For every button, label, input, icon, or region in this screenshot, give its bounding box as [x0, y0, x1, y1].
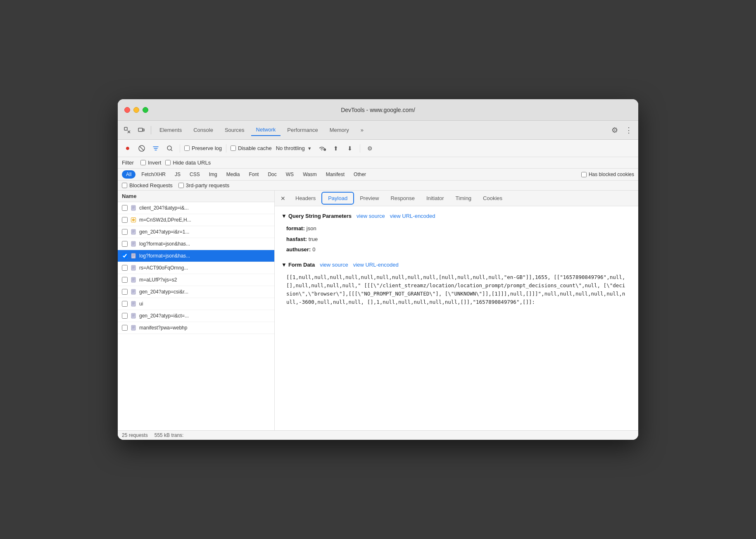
- request-checkbox[interactable]: [122, 265, 128, 271]
- preserve-log-label[interactable]: Preserve log: [184, 145, 222, 151]
- type-btn-ws[interactable]: WS: [283, 170, 297, 179]
- detail-tab-timing[interactable]: Timing: [450, 193, 478, 204]
- detail-tab-preview[interactable]: Preview: [354, 193, 385, 204]
- filter-row: Filter Invert Hide data URLs: [118, 157, 638, 169]
- type-btn-img[interactable]: Img: [206, 170, 221, 179]
- invert-checkbox[interactable]: [140, 160, 146, 165]
- devtools-window: DevTools - www.google.com/ Elements Cons…: [118, 99, 638, 440]
- type-btn-manifest[interactable]: Manifest: [323, 170, 348, 179]
- request-item[interactable]: ⊕m=CnSW2d,DPreE,H...: [118, 214, 274, 226]
- triangle-icon: ▼: [281, 213, 287, 219]
- type-btn-other[interactable]: Other: [350, 170, 369, 179]
- request-checkbox[interactable]: [122, 301, 128, 307]
- type-btn-css[interactable]: CSS: [186, 170, 203, 179]
- wifi-icon-group: !: [318, 145, 326, 151]
- preserve-log-text: Preserve log: [192, 145, 222, 151]
- request-checkbox[interactable]: [122, 229, 128, 235]
- request-item[interactable]: client_204?&atyp=i&...: [118, 202, 274, 214]
- request-item[interactable]: ui: [118, 298, 274, 310]
- type-filter-row: All Fetch/XHR JS CSS Img Media Font Doc …: [118, 169, 638, 181]
- svg-rect-25: [131, 265, 136, 270]
- request-item[interactable]: log?format=json&has...: [118, 250, 274, 262]
- disable-cache-label[interactable]: Disable cache: [231, 145, 272, 151]
- has-blocked-cookies-label[interactable]: Has blocked cookies: [581, 172, 634, 177]
- clear-button[interactable]: [136, 143, 147, 154]
- tab-elements[interactable]: Elements: [155, 124, 187, 136]
- query-view-url-encoded-link[interactable]: view URL-encoded: [390, 213, 435, 219]
- blocked-row: Blocked Requests 3rd-party requests: [118, 181, 638, 191]
- form-data-view-source-link[interactable]: view source: [320, 262, 348, 268]
- request-item[interactable]: m=aLUfP?xjs=s2: [118, 274, 274, 286]
- request-checkbox[interactable]: [122, 253, 128, 259]
- detail-tab-initiator[interactable]: Initiator: [421, 193, 450, 204]
- minimize-button[interactable]: [133, 107, 139, 113]
- request-checkbox[interactable]: [122, 277, 128, 283]
- request-item[interactable]: gen_204?atyp=i&ct=...: [118, 310, 274, 322]
- tab-console[interactable]: Console: [188, 124, 218, 136]
- form-data-title: ▼ Form Data: [281, 262, 315, 268]
- detail-tabs: ✕ Headers Payload Preview Response Initi…: [275, 191, 638, 206]
- request-name: log?format=json&has...: [139, 241, 270, 247]
- request-checkbox[interactable]: [122, 217, 128, 223]
- preserve-log-checkbox[interactable]: [184, 145, 190, 151]
- request-checkbox[interactable]: [122, 313, 128, 319]
- tab-memory[interactable]: Memory: [325, 124, 354, 136]
- third-party-checkbox[interactable]: [178, 183, 184, 188]
- query-view-source-link[interactable]: view source: [357, 213, 385, 219]
- param-hasfast: hasfast: true: [281, 234, 632, 245]
- tab-performance[interactable]: Performance: [282, 124, 323, 136]
- search-icon[interactable]: [164, 143, 176, 154]
- request-checkbox[interactable]: [122, 289, 128, 295]
- tab-network[interactable]: Network: [251, 124, 281, 136]
- type-btn-wasm[interactable]: Wasm: [300, 170, 320, 179]
- blocked-requests-checkbox[interactable]: [122, 183, 127, 188]
- request-item[interactable]: gen_204?atyp=i&r=1...: [118, 226, 274, 238]
- filter-icon[interactable]: [150, 143, 162, 154]
- type-btn-js[interactable]: JS: [171, 170, 184, 179]
- param-authuser-key: authuser:: [286, 246, 311, 254]
- third-party-label[interactable]: 3rd-party requests: [178, 182, 230, 188]
- close-detail-icon[interactable]: ✕: [278, 193, 288, 203]
- detail-tab-cookies[interactable]: Cookies: [477, 193, 508, 204]
- tab-more[interactable]: »: [356, 124, 368, 136]
- type-btn-font[interactable]: Font: [245, 170, 262, 179]
- doc-icon: [130, 301, 137, 307]
- doc-icon: [130, 289, 137, 295]
- request-checkbox[interactable]: [122, 325, 128, 331]
- svg-rect-21: [131, 253, 136, 258]
- type-btn-doc[interactable]: Doc: [264, 170, 280, 179]
- export-icon[interactable]: ⬇: [344, 143, 356, 154]
- hide-data-urls-checkbox[interactable]: [165, 160, 171, 165]
- element-picker-icon[interactable]: [121, 124, 133, 136]
- disable-cache-checkbox[interactable]: [231, 145, 236, 151]
- transfer-size: 555 kB trans:: [155, 432, 184, 438]
- more-options-icon[interactable]: ⋮: [623, 124, 635, 136]
- detail-tab-headers[interactable]: Headers: [290, 193, 321, 204]
- request-checkbox[interactable]: [122, 241, 128, 247]
- device-toolbar-icon[interactable]: [135, 124, 147, 136]
- tab-sources[interactable]: Sources: [220, 124, 250, 136]
- has-blocked-cookies-checkbox[interactable]: [581, 172, 587, 177]
- blocked-requests-label[interactable]: Blocked Requests: [122, 182, 173, 188]
- request-item[interactable]: rs=ACT90oFqOrnng...: [118, 262, 274, 274]
- request-checkbox[interactable]: [122, 205, 128, 211]
- throttling-select[interactable]: No throttling: [276, 145, 305, 151]
- detail-tab-response[interactable]: Response: [385, 193, 421, 204]
- type-btn-media[interactable]: Media: [223, 170, 243, 179]
- form-data-view-url-encoded-link[interactable]: view URL-encoded: [353, 262, 399, 268]
- param-format-key: format:: [286, 224, 305, 233]
- request-item[interactable]: gen_204?atyp=csi&r...: [118, 286, 274, 298]
- maximize-button[interactable]: [143, 107, 148, 113]
- hide-data-urls-label[interactable]: Hide data URLs: [165, 160, 211, 166]
- close-button[interactable]: [124, 107, 130, 113]
- network-settings-icon[interactable]: ⚙: [364, 143, 376, 154]
- import-icon[interactable]: ⬆: [330, 143, 342, 154]
- request-item[interactable]: log?format=json&has...: [118, 238, 274, 250]
- detail-tab-payload[interactable]: Payload: [321, 192, 354, 205]
- invert-label[interactable]: Invert: [140, 160, 162, 166]
- request-item[interactable]: manifest?pwa=webhp: [118, 322, 274, 334]
- type-btn-all[interactable]: All: [122, 170, 136, 179]
- type-btn-fetch-xhr[interactable]: Fetch/XHR: [138, 170, 169, 179]
- settings-icon[interactable]: ⚙: [609, 124, 621, 136]
- record-button[interactable]: ●: [122, 143, 133, 154]
